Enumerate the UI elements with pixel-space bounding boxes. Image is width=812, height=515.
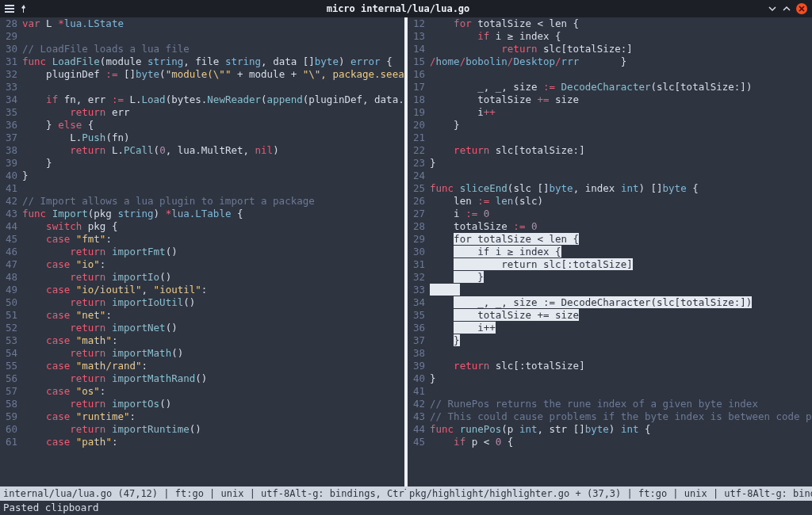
line-content: case "io": — [22, 258, 404, 271]
line-content: // This could cause problems if the byte… — [430, 410, 812, 423]
code-line[interactable]: 38 — [408, 347, 812, 360]
code-line[interactable]: 44 switch pkg { — [0, 220, 404, 233]
code-line[interactable]: 56 return importMathRand() — [0, 372, 404, 385]
pin-icon[interactable] — [19, 4, 29, 13]
line-number: 39 — [408, 360, 430, 372]
line-number: 47 — [0, 258, 22, 271]
editor-pane-left[interactable]: 28var L *lua.LState2930// LoadFile loads… — [0, 17, 404, 486]
line-number: 25 — [408, 182, 430, 195]
line-number: 41 — [408, 385, 430, 398]
code-line[interactable]: 61 case "path": — [0, 436, 404, 448]
code-line[interactable]: 43// This could cause problems if the by… — [408, 410, 812, 423]
maximize-icon[interactable] — [782, 4, 791, 13]
line-content: func sliceEnd(slc []byte, index int) []b… — [430, 182, 812, 195]
code-line[interactable]: 44func runePos(p int, str []byte) int { — [408, 423, 812, 436]
code-line[interactable]: 30 if i ≥ index { — [408, 246, 812, 258]
code-line[interactable]: 31func LoadFile(module string, file stri… — [0, 55, 404, 68]
code-line[interactable]: 22 return slc[totalSize:] — [408, 144, 812, 157]
code-line[interactable]: 28var L *lua.LState — [0, 17, 404, 30]
statusbar-left: internal/lua/lua.go (47,12) | ft:go | un… — [0, 486, 406, 501]
line-content — [430, 284, 812, 296]
code-line[interactable]: 25func sliceEnd(slc []byte, index int) [… — [408, 182, 812, 195]
code-line[interactable]: 35 return err — [0, 106, 404, 119]
close-icon[interactable] — [796, 3, 807, 14]
line-content: return importFmt() — [22, 246, 404, 258]
code-line[interactable]: 40} — [408, 372, 812, 385]
code-line[interactable]: 41 — [408, 385, 812, 398]
code-line[interactable]: 45 if p < 0 { — [408, 436, 812, 448]
code-line[interactable]: 32 pluginDef := []byte("module(\"" + mod… — [0, 68, 404, 81]
code-line[interactable]: 42// RunePos returns the rune index of a… — [408, 398, 812, 410]
code-line[interactable]: 41 — [0, 182, 404, 195]
code-line[interactable]: 14 return slc[totalSize:] — [408, 43, 812, 55]
code-line[interactable]: 45 case "fmt": — [0, 233, 404, 246]
code-line[interactable]: 29 for totalSize < len { — [408, 233, 812, 246]
minimize-icon[interactable] — [768, 4, 777, 13]
code-line[interactable]: 26 len := len(slc) — [408, 195, 812, 208]
code-line[interactable]: 33 — [0, 81, 404, 93]
code-line[interactable]: 57 case "os": — [0, 385, 404, 398]
code-line[interactable]: 39 } — [0, 157, 404, 170]
code-line[interactable]: 21 — [408, 132, 812, 144]
code-line[interactable]: 46 return importFmt() — [0, 246, 404, 258]
code-line[interactable]: 51 case "net": — [0, 309, 404, 322]
code-line[interactable]: 33 — [408, 284, 812, 296]
code-line[interactable]: 27 i := 0 — [408, 208, 812, 220]
code-line[interactable]: 36 } else { — [0, 119, 404, 132]
code-line[interactable]: 58 return importOs() — [0, 398, 404, 410]
code-line[interactable]: 30// LoadFile loads a lua file — [0, 43, 404, 55]
code-line[interactable]: 48 return importIo() — [0, 271, 404, 284]
code-line[interactable]: 34 _, _, size := DecodeCharacter(slc[tot… — [408, 296, 812, 309]
code-line[interactable]: 36 i++ — [408, 322, 812, 334]
code-line[interactable]: 54 return importMath() — [0, 347, 404, 360]
code-line[interactable]: 55 case "math/rand": — [0, 360, 404, 372]
code-line[interactable]: 39 return slc[:totalSize] — [408, 360, 812, 372]
line-content: return importOs() — [22, 398, 404, 410]
code-line[interactable]: 52 return importNet() — [0, 322, 404, 334]
code-line[interactable]: 50 return importIoUtil() — [0, 296, 404, 309]
code-line[interactable]: 38 return L.PCall(0, lua.MultRet, nil) — [0, 144, 404, 157]
line-content: return importMath() — [22, 347, 404, 360]
line-number: 38 — [0, 144, 22, 157]
line-content: totalSize := 0 — [430, 220, 812, 233]
code-line[interactable]: 35 totalSize += size — [408, 309, 812, 322]
code-line[interactable]: 19 i++ — [408, 106, 812, 119]
line-number: 16 — [408, 68, 430, 81]
code-line[interactable]: 59 case "runtime": — [0, 410, 404, 423]
message-bar: Pasted clipboard — [0, 501, 812, 515]
code-line[interactable]: 28 totalSize := 0 — [408, 220, 812, 233]
line-content — [430, 68, 812, 81]
code-line[interactable]: 17 _, _, size := DecodeCharacter(slc[tot… — [408, 81, 812, 93]
code-line[interactable]: 18 totalSize += size — [408, 93, 812, 106]
line-number: 57 — [0, 385, 22, 398]
code-line[interactable]: 37 } — [408, 334, 812, 347]
code-line[interactable]: 20 } — [408, 119, 812, 132]
editor-pane-right[interactable]: 12 for totalSize < len {13 if i ≥ index … — [408, 17, 812, 486]
app-menu-icon[interactable] — [5, 4, 14, 13]
line-content: if i ≥ index { — [430, 30, 812, 43]
line-content: len := len(slc) — [430, 195, 812, 208]
code-line[interactable]: 60 return importRuntime() — [0, 423, 404, 436]
code-line[interactable]: 47 case "io": — [0, 258, 404, 271]
code-line[interactable]: 42// Import allows a lua plugin to impor… — [0, 195, 404, 208]
line-number: 38 — [408, 347, 430, 360]
code-line[interactable]: 12 for totalSize < len { — [408, 17, 812, 30]
line-number: 13 — [408, 30, 430, 43]
window-title: micro internal/lua/lua.go — [29, 3, 768, 14]
code-line[interactable]: 37 L.Push(fn) — [0, 132, 404, 144]
code-line[interactable]: 53 case "math": — [0, 334, 404, 347]
code-line[interactable]: 34 if fn, err := L.Load(bytes.NewReader(… — [0, 93, 404, 106]
code-line[interactable]: 15/home/bobolin/Desktop/rrr } — [408, 55, 812, 68]
code-line[interactable]: 32 } — [408, 271, 812, 284]
code-line[interactable]: 13 if i ≥ index { — [408, 30, 812, 43]
code-line[interactable]: 16 — [408, 68, 812, 81]
code-line[interactable]: 40} — [0, 170, 404, 182]
code-line[interactable]: 31 return slc[:totalSize] — [408, 258, 812, 271]
code-line[interactable]: 24 — [408, 170, 812, 182]
code-line[interactable]: 29 — [0, 30, 404, 43]
code-line[interactable]: 43func Import(pkg string) *lua.LTable { — [0, 208, 404, 220]
line-number: 35 — [0, 106, 22, 119]
code-line[interactable]: 23} — [408, 157, 812, 170]
code-line[interactable]: 49 case "io/ioutil", "ioutil": — [0, 284, 404, 296]
line-content: // Import allows a lua plugin to import … — [22, 195, 404, 208]
